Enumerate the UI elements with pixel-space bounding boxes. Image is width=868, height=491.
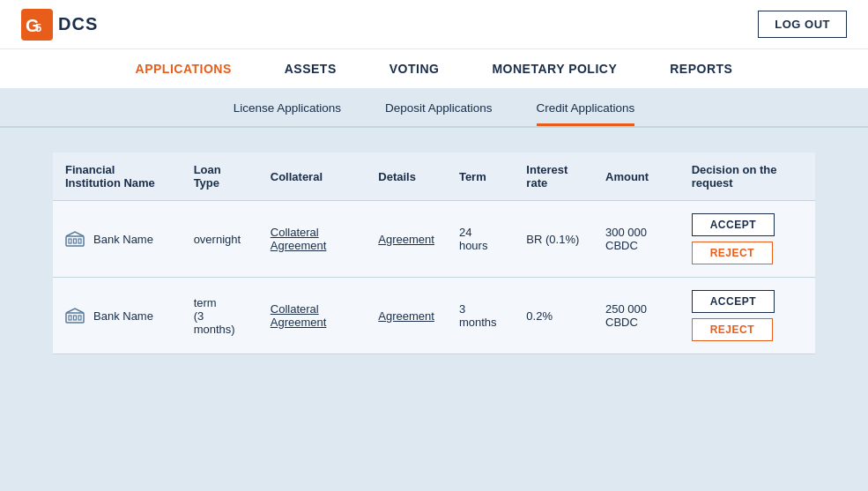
- table-row: Bank Name overnight Collateral Agreement…: [53, 201, 815, 278]
- table-header-row: Financial Institution Name Loan Type Col…: [53, 153, 815, 201]
- nav-item-assets[interactable]: ASSETS: [285, 62, 337, 79]
- cell-collateral-2: Collateral Agreement: [258, 278, 367, 354]
- cell-decision-1: ACCEPT REJECT: [679, 201, 815, 278]
- logout-button[interactable]: LOG OUT: [758, 11, 847, 38]
- cell-institution-2: Bank Name: [53, 278, 182, 354]
- details-link-2[interactable]: Agreement: [378, 309, 434, 323]
- credit-applications-table: Financial Institution Name Loan Type Col…: [53, 153, 815, 354]
- accept-button-2[interactable]: ACCEPT: [692, 290, 775, 313]
- header: G 5 DCS LOG OUT: [0, 0, 868, 49]
- svg-rect-10: [78, 316, 81, 320]
- nav-item-voting[interactable]: VOTING: [389, 62, 440, 79]
- cell-institution-1: Bank Name: [53, 201, 182, 278]
- svg-text:5: 5: [35, 21, 41, 34]
- nav-item-monetary-policy[interactable]: MONETARY POLICY: [492, 62, 617, 79]
- accept-button-1[interactable]: ACCEPT: [692, 213, 775, 236]
- details-link-1[interactable]: Agreement: [378, 233, 434, 246]
- subnav-credit-applications[interactable]: Credit Applications: [537, 101, 635, 126]
- cell-term-1: 24 hours: [447, 201, 514, 278]
- svg-rect-8: [69, 316, 71, 320]
- col-header-decision: Decision on the request: [679, 153, 815, 201]
- bank-name-1: Bank Name: [93, 233, 153, 246]
- col-header-institution: Financial Institution Name: [53, 153, 182, 201]
- nav-item-applications[interactable]: APPLICATIONS: [136, 62, 232, 79]
- cell-loan-type-1: overnight: [182, 201, 258, 278]
- cell-amount-2: 250 000 CBDC: [593, 278, 679, 354]
- content-area: Financial Institution Name Loan Type Col…: [0, 128, 868, 379]
- svg-rect-4: [69, 239, 71, 243]
- col-header-amount: Amount: [593, 153, 679, 201]
- logo-text: DCS: [58, 14, 98, 34]
- col-header-loan-type: Loan Type: [182, 153, 258, 201]
- subnav-deposit-applications[interactable]: Deposit Applications: [385, 101, 493, 126]
- cell-collateral-1: Collateral Agreement: [258, 201, 367, 278]
- bank-icon: [65, 308, 85, 324]
- cell-term-2: 3 months: [447, 278, 514, 354]
- reject-button-1[interactable]: REJECT: [692, 242, 773, 264]
- reject-button-2[interactable]: REJECT: [692, 318, 773, 341]
- cell-decision-2: ACCEPT REJECT: [679, 278, 815, 354]
- svg-rect-5: [74, 239, 77, 243]
- collateral-link-1[interactable]: Collateral Agreement: [271, 226, 327, 252]
- cell-interest-1: BR (0.1%): [514, 201, 593, 278]
- svg-rect-6: [78, 239, 81, 243]
- cell-details-2: Agreement: [366, 278, 447, 354]
- cell-interest-2: 0.2%: [514, 278, 593, 354]
- bank-name-2: Bank Name: [93, 309, 153, 323]
- loan-type-line2-2: (3 months): [194, 309, 235, 336]
- collateral-link-2[interactable]: Collateral Agreement: [271, 302, 327, 329]
- sub-nav: License Applications Deposit Application…: [0, 89, 868, 128]
- cell-details-1: Agreement: [366, 201, 447, 278]
- col-header-interest-rate: Interest rate: [514, 153, 593, 201]
- loan-type-line1-2: term: [194, 296, 217, 309]
- subnav-license-applications[interactable]: License Applications: [234, 101, 341, 126]
- logo-icon: G 5: [21, 9, 53, 41]
- col-header-details: Details: [366, 153, 447, 201]
- nav-item-reports[interactable]: REPORTS: [670, 62, 732, 79]
- cell-loan-type-2: term (3 months): [182, 278, 258, 354]
- cell-amount-1: 300 000 CBDC: [593, 201, 679, 278]
- svg-rect-9: [74, 316, 77, 320]
- col-header-collateral: Collateral: [258, 153, 367, 201]
- table-row: Bank Name term (3 months) Collateral Agr…: [53, 278, 815, 354]
- col-header-term: Term: [447, 153, 514, 201]
- bank-icon: [65, 231, 85, 247]
- main-nav: APPLICATIONS ASSETS VOTING MONETARY POLI…: [0, 49, 868, 89]
- logo: G 5 DCS: [21, 9, 98, 41]
